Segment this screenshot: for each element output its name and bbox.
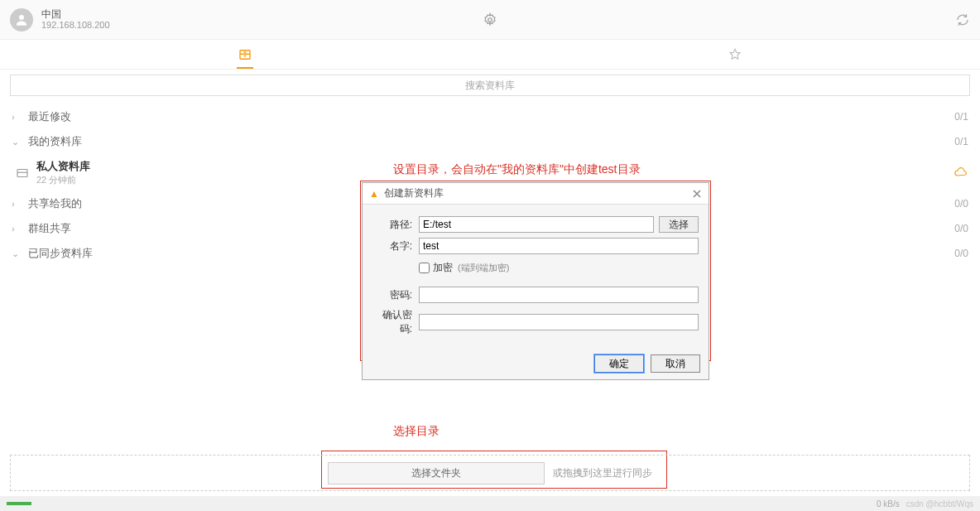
confirm-password-input <box>419 314 699 330</box>
close-button[interactable] <box>692 188 702 200</box>
browse-button[interactable]: 选择 <box>659 216 699 233</box>
create-library-dialog: ▲ 创建新资料库 路径: 选择 名字: 加密 (端到端加密) 密码: 确认密码: <box>362 182 709 380</box>
sidebar-item-recent[interactable]: › 最近修改 0/1 <box>0 104 980 129</box>
count-badge: 0/0 <box>954 248 968 259</box>
svg-point-1 <box>488 17 492 22</box>
user-info: 中国 192.168.108.200 <box>41 8 110 31</box>
name-input[interactable] <box>419 238 699 254</box>
sidebar-item-mylib[interactable]: ⌄ 我的资料库 0/1 <box>0 129 980 154</box>
password-input <box>419 287 699 303</box>
encrypt-row: 加密 (端到端加密) <box>419 261 699 275</box>
confirm-password-row: 确认密码: <box>372 308 699 336</box>
watermark: csdn @hcbbt/Wqs <box>906 499 973 509</box>
svg-rect-3 <box>17 169 27 176</box>
progress-indicator <box>7 502 31 505</box>
count-badge: 0/0 <box>954 198 968 210</box>
password-label: 密码: <box>372 288 419 302</box>
library-icon <box>15 166 31 181</box>
user-ip: 192.168.108.200 <box>41 20 110 31</box>
refresh-icon <box>955 12 970 27</box>
gear-icon <box>483 12 497 27</box>
tab-starred[interactable] <box>490 40 980 69</box>
tabs <box>0 40 980 70</box>
chevron-right-icon: › <box>12 112 23 122</box>
chevron-right-icon: › <box>12 199 23 209</box>
search-placeholder: 搜索资料库 <box>465 79 515 93</box>
user-icon <box>14 12 29 27</box>
drawer-icon <box>238 47 252 62</box>
header: 中国 192.168.108.200 <box>0 0 980 40</box>
encrypt-checkbox[interactable] <box>419 263 430 273</box>
close-icon <box>692 189 702 199</box>
select-folder-button[interactable]: 选择文件夹 <box>328 462 545 484</box>
encrypt-label: 加密 <box>433 261 453 275</box>
dialog-body: 路径: 选择 名字: 加密 (端到端加密) 密码: 确认密码: <box>363 205 709 348</box>
status-speed: 0 kB/s <box>877 499 900 509</box>
sidebar-item-label: 我的资料库 <box>28 134 954 149</box>
name-field-row: 名字: <box>372 238 699 254</box>
annotation-top: 设置目录，会自动在"我的资料库"中创建test目录 <box>393 162 641 177</box>
path-field-row: 路径: 选择 <box>372 216 699 233</box>
chevron-down-icon: ⌄ <box>12 137 23 147</box>
tab-libraries[interactable] <box>0 40 490 69</box>
refresh-button[interactable] <box>955 12 970 27</box>
dialog-title-text: 创建新资料库 <box>384 186 444 200</box>
name-label: 名字: <box>372 239 419 253</box>
encrypt-hint: (端到端加密) <box>458 262 509 274</box>
chevron-right-icon: › <box>12 224 23 234</box>
status-bar: 0 kB/s csdn @hcbbt/Wqs <box>0 496 980 511</box>
path-input[interactable] <box>419 216 654 233</box>
chevron-down-icon: ⌄ <box>12 248 23 259</box>
cloud-icon <box>954 166 968 180</box>
dialog-titlebar: ▲ 创建新资料库 <box>363 183 709 205</box>
path-label: 路径: <box>372 218 419 232</box>
sidebar-item-label: 最近修改 <box>28 109 954 124</box>
annotation-bottom: 选择目录 <box>393 424 440 439</box>
settings-button[interactable] <box>483 12 497 27</box>
count-badge: 0/0 <box>954 223 968 234</box>
cancel-button[interactable]: 取消 <box>651 354 700 373</box>
dropzone[interactable]: 选择文件夹 或拖拽到这里进行同步 <box>10 455 970 491</box>
count-badge: 0/1 <box>954 136 968 147</box>
user-name: 中国 <box>41 8 110 20</box>
dialog-footer: 确定 取消 <box>363 348 709 379</box>
count-badge: 0/1 <box>954 111 968 123</box>
star-icon <box>728 47 742 62</box>
search-input[interactable]: 搜索资料库 <box>10 75 970 96</box>
avatar[interactable] <box>10 8 33 31</box>
ok-button[interactable]: 确定 <box>594 354 644 373</box>
dropzone-hint: 或拖拽到这里进行同步 <box>553 466 652 480</box>
svg-point-0 <box>19 15 24 20</box>
password-row: 密码: <box>372 287 699 303</box>
app-logo-icon: ▲ <box>369 188 379 200</box>
confirm-password-label: 确认密码: <box>372 308 419 336</box>
